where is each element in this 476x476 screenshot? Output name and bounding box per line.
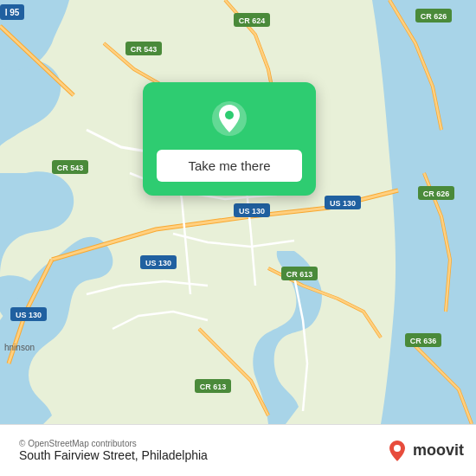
svg-point-30 [394,445,401,452]
take-me-there-button[interactable]: Take me there [157,150,302,182]
svg-text:CR 626: CR 626 [421,12,447,21]
svg-text:CR 624: CR 624 [239,16,266,25]
svg-text:US 130: US 130 [145,259,171,267]
svg-point-29 [225,111,234,119]
svg-text:CR 543: CR 543 [57,164,84,172]
moovit-pin-icon [385,439,409,463]
svg-text:CR 613: CR 613 [286,270,313,279]
svg-text:CR 613: CR 613 [200,383,227,391]
svg-text:US 130: US 130 [239,207,265,215]
address-block: © OpenStreetMap contributors South Fairv… [12,439,385,462]
svg-text:I 95: I 95 [5,8,20,17]
popup-card: Take me there [143,82,316,196]
svg-text:CR 636: CR 636 [410,337,437,345]
copyright-text: © OpenStreetMap contributors [19,439,137,448]
svg-text:hninson: hninson [4,343,35,352]
moovit-brand-name: moovit [413,441,464,460]
svg-text:CR 543: CR 543 [131,45,158,54]
bottom-bar: © OpenStreetMap contributors South Fairv… [0,424,476,476]
location-pin-icon [210,100,248,138]
svg-text:CR 626: CR 626 [423,190,450,198]
svg-text:US 130: US 130 [16,311,42,319]
moovit-logo: moovit [385,439,464,463]
map-container: I 95 CR 543 CR 543 CR 624 CR 626 CR 626 … [0,0,476,424]
address-text: South Fairview Street, Philadelphia [19,448,208,462]
svg-text:US 130: US 130 [330,199,356,208]
